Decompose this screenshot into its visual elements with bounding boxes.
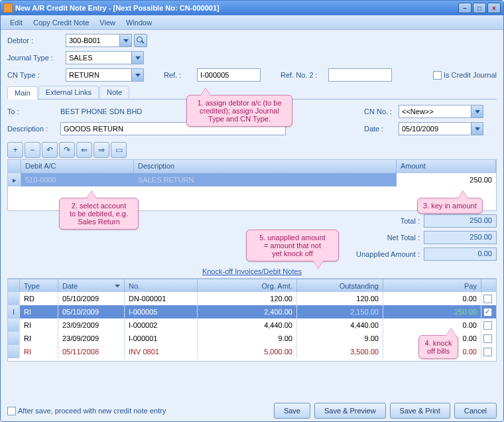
save-preview-button[interactable]: Save & Preview [314, 403, 386, 419]
redo-button[interactable]: ↷ [59, 142, 75, 158]
callout-2: 2. select account to be debited, e.g. Sa… [59, 198, 139, 230]
cn-no-combo[interactable]: <<New>> [399, 105, 483, 118]
col-amount[interactable]: Amount [397, 160, 496, 173]
label-cn-type: CN Type : [7, 71, 66, 79]
add-row-button[interactable]: + [7, 142, 23, 158]
ref-input[interactable]: I-000005 [197, 68, 261, 82]
cell-debit-ac[interactable]: 510-0000 [21, 173, 134, 186]
cell-org-amt: 4,440.00 [198, 318, 297, 332]
columns-button[interactable]: ▭ [111, 142, 127, 158]
net-total-value: 250.00 [424, 231, 497, 244]
label-description: Description : [7, 125, 60, 133]
debtor-combo-button[interactable] [119, 35, 131, 46]
row-indicator [8, 332, 20, 345]
after-save-checkbox[interactable] [7, 407, 16, 415]
knockoff-checkbox[interactable] [483, 348, 492, 356]
entry-row[interactable]: ▸ 510-0000 SALES RETURN 250.00 [8, 173, 496, 186]
col-pay[interactable]: Pay [383, 279, 481, 293]
cell-pay[interactable]: 0.00 [383, 318, 481, 332]
debtor-combo[interactable]: 300-B001 [66, 34, 132, 47]
cell-amount[interactable]: 250.00 [397, 173, 496, 186]
window-title: New A/R Credit Note Entry - [Next Possib… [15, 4, 220, 12]
chevron-down-icon [123, 39, 129, 42]
menu-edit[interactable]: Edit [5, 19, 28, 27]
col-no[interactable]: No. [125, 279, 198, 293]
minimize-button[interactable]: – [458, 3, 472, 13]
move-up-button[interactable]: ⇐ [76, 142, 92, 158]
knockoff-row[interactable]: IRI05/10/2009I-0000052,400.002,150.00250… [8, 305, 496, 318]
label-after-save: After save, proceed with new credit note… [18, 407, 166, 415]
cell-pay[interactable]: 0.00 [383, 292, 481, 305]
col-debit-ac[interactable]: Debit A/C [21, 160, 134, 173]
chevron-down-icon [135, 74, 141, 77]
is-credit-journal-checkbox[interactable] [433, 71, 442, 80]
label-debtor: Debtor : [7, 36, 66, 44]
menu-window[interactable]: Window [121, 19, 157, 27]
knockoff-checkbox[interactable] [483, 308, 492, 316]
cell-no: I-000005 [125, 305, 198, 318]
unapplied-value: 0.00 [424, 247, 497, 261]
undo-button[interactable]: ↶ [42, 142, 58, 158]
menu-view[interactable]: View [94, 19, 121, 27]
journal-type-combo-button[interactable] [131, 52, 143, 64]
refno2-input[interactable] [328, 68, 392, 82]
knockoff-link[interactable]: Knock-off Invoices/Debit Notes [7, 267, 497, 275]
tab-external-links[interactable]: External Links [38, 86, 99, 99]
label-net-total: Net Total : [357, 234, 424, 242]
col-date[interactable]: Date [58, 279, 125, 293]
row-indicator [8, 318, 20, 332]
save-print-button[interactable]: Save & Print [390, 403, 450, 419]
knockoff-checkbox[interactable] [483, 334, 492, 343]
row-selector-header [8, 160, 21, 173]
cell-org-amt: 9.00 [198, 332, 297, 345]
total-value: 250.00 [424, 214, 497, 228]
col-type[interactable]: Type [20, 279, 58, 293]
cell-date: 23/09/2009 [58, 332, 125, 345]
callout-3: 3. key in amount [417, 198, 483, 214]
label-is-credit-journal: Is Credit Journal [444, 71, 497, 79]
cn-type-combo[interactable]: RETURN [66, 68, 144, 82]
label-to: To : [7, 107, 60, 115]
title-bar: New A/R Credit Note Entry - [Next Possib… [1, 1, 503, 15]
cell-date: 05/10/2009 [58, 305, 125, 318]
col-org-amt[interactable]: Org. Amt. [198, 279, 297, 293]
cell-type: RD [20, 292, 58, 305]
cn-type-combo-button[interactable] [131, 69, 143, 81]
knockoff-row[interactable]: RD05/10/2009DN-000001120.00120.000.00 [8, 292, 496, 305]
cell-type: RI [20, 318, 58, 332]
cell-no: I-000001 [125, 332, 198, 345]
col-outstanding[interactable]: Outstanding [297, 279, 383, 293]
app-window: New A/R Credit Note Entry - [Next Possib… [0, 0, 504, 422]
knockoff-row[interactable]: RI23/09/2009I-0000024,440.004,440.000.00 [8, 318, 496, 332]
cell-date: 05/11/2008 [58, 345, 125, 358]
move-down-button[interactable]: ⇒ [94, 142, 109, 158]
cell-no: DN-000001 [125, 292, 198, 305]
label-cn-no: CN No. : [364, 107, 399, 115]
cell-date: 23/09/2009 [58, 318, 125, 332]
debtor-search-button[interactable] [134, 34, 147, 47]
journal-type-combo[interactable]: SALES [66, 51, 144, 64]
knockoff-checkbox[interactable] [483, 295, 492, 303]
date-picker[interactable]: 05/10/2009 [399, 122, 483, 135]
delete-row-button[interactable]: − [25, 142, 40, 158]
close-button[interactable]: × [487, 3, 501, 13]
to-value: BEST PHONE SDN BHD [60, 107, 142, 115]
tab-note[interactable]: Note [99, 86, 129, 99]
cn-no-combo-button[interactable] [471, 106, 483, 117]
cancel-button[interactable]: Cancel [454, 403, 497, 419]
cell-pay[interactable]: 250.00 [383, 305, 481, 318]
tab-main[interactable]: Main [7, 86, 38, 100]
save-button[interactable]: Save [274, 403, 310, 419]
app-icon [3, 3, 13, 13]
sort-desc-icon [115, 285, 120, 287]
label-ref: Ref. : [164, 71, 197, 79]
maximize-button[interactable]: □ [473, 3, 486, 13]
date-picker-button[interactable] [471, 123, 483, 135]
menu-copy[interactable]: Copy Credit Note [28, 19, 94, 27]
chevron-down-icon [475, 110, 480, 113]
cell-date: 05/10/2009 [58, 292, 125, 305]
col-description[interactable]: Description [134, 160, 397, 173]
cell-org-amt: 120.00 [198, 292, 297, 305]
knockoff-checkbox[interactable] [483, 321, 492, 330]
cell-description[interactable]: SALES RETURN [134, 173, 397, 186]
